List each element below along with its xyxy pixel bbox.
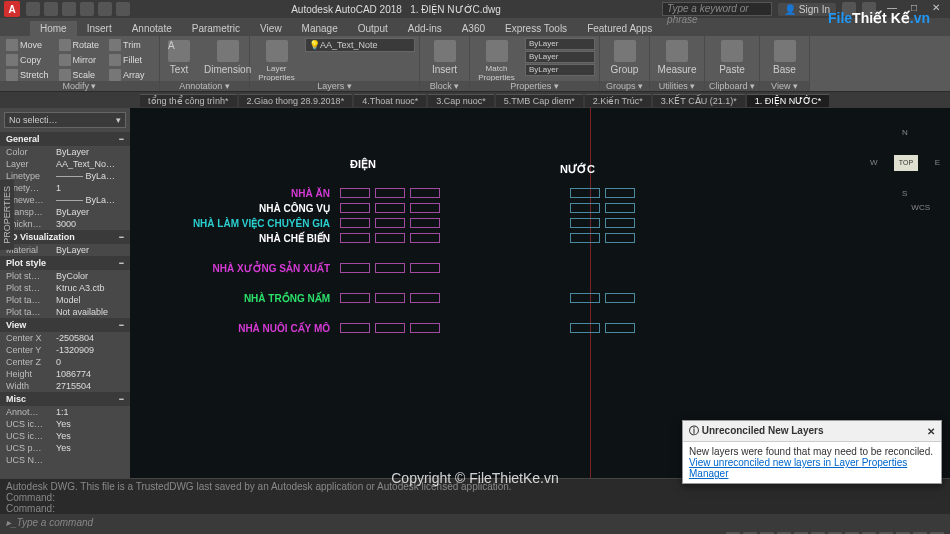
popup-link[interactable]: View unreconciled new layers in Layer Pr… (689, 457, 935, 479)
property-row[interactable]: Center Y-1320909 (0, 344, 130, 356)
property-row[interactable]: ColorByLayer (0, 146, 130, 158)
property-row[interactable]: Center X-2505804 (0, 332, 130, 344)
property-row[interactable]: Plot st…Ktruc A3.ctb (0, 282, 130, 294)
tab-a360[interactable]: A360 (452, 21, 495, 36)
section-header[interactable]: General− (0, 132, 130, 146)
file-tab[interactable]: 2.Kiến Trúc* (585, 94, 651, 107)
tab-featured[interactable]: Featured Apps (577, 21, 662, 36)
property-row[interactable]: Plot ta…Model (0, 294, 130, 306)
property-row[interactable]: Linetype——— ByLa… (0, 170, 130, 182)
tab-output[interactable]: Output (348, 21, 398, 36)
panel-label[interactable]: Block ▾ (420, 81, 469, 91)
property-row[interactable]: Transp…ByLayer (0, 206, 130, 218)
help-search[interactable]: Type a keyword or phrase (662, 2, 772, 16)
viewcube[interactable]: N S W E TOP WCS (880, 138, 930, 188)
match-properties-button[interactable]: Match Properties (474, 38, 519, 84)
scale-button[interactable]: Scale (57, 68, 102, 82)
property-row[interactable]: Center Z0 (0, 356, 130, 368)
panel-label[interactable]: Layers ▾ (250, 81, 419, 91)
app-logo[interactable]: A (4, 1, 20, 17)
linetype-dropdown[interactable]: ByLayer (525, 64, 595, 76)
layer-tool-icon[interactable] (353, 53, 367, 67)
property-row[interactable]: MaterialByLayer (0, 244, 130, 256)
property-row[interactable]: UCS ic…Yes (0, 430, 130, 442)
panel-label[interactable]: Groups ▾ (600, 81, 649, 91)
file-tab[interactable]: 5.TMB Cap diem* (496, 94, 583, 107)
mirror-icon (59, 54, 71, 66)
redo-icon[interactable] (98, 2, 112, 16)
file-tab[interactable]: 2.Giao thong 28.9.2018* (239, 94, 353, 107)
tab-insert[interactable]: Insert (77, 21, 122, 36)
tab-express[interactable]: Express Tools (495, 21, 577, 36)
paste-button[interactable]: Paste (709, 38, 755, 77)
command-input[interactable]: ▸_ Type a command (0, 514, 950, 530)
array-icon (109, 69, 121, 81)
panel-label[interactable]: Annotation ▾ (160, 81, 249, 91)
property-row[interactable]: Plot st…ByColor (0, 270, 130, 282)
property-row[interactable]: UCS N… (0, 454, 130, 466)
tab-home[interactable]: Home (30, 21, 77, 36)
property-row[interactable]: UCS ic…Yes (0, 418, 130, 430)
measure-button[interactable]: Measure (654, 38, 700, 77)
file-tab[interactable]: 4.Thoat nuoc* (354, 94, 426, 107)
print-icon[interactable] (116, 2, 130, 16)
panel-label[interactable]: Clipboard ▾ (705, 81, 759, 91)
layer-tool-icon[interactable] (305, 53, 319, 67)
property-row[interactable]: Linety…1 (0, 182, 130, 194)
open-icon[interactable] (44, 2, 58, 16)
tab-annotate[interactable]: Annotate (122, 21, 182, 36)
selection-dropdown[interactable]: No selecti…▾ (4, 112, 126, 128)
panel-label[interactable]: Modify ▾ (0, 81, 159, 91)
tab-manage[interactable]: Manage (292, 21, 348, 36)
section-header[interactable]: 3D Visualization− (0, 230, 130, 244)
rotate-button[interactable]: Rotate (57, 38, 102, 52)
array-button[interactable]: Array (107, 68, 147, 82)
fillet-button[interactable]: Fillet (107, 53, 147, 67)
trim-button[interactable]: Trim (107, 38, 147, 52)
lineweight-dropdown[interactable]: ByLayer (525, 51, 595, 63)
file-tab[interactable]: 3.KẾT CẤU (21.1)* (653, 94, 745, 107)
layer-tool-icon[interactable] (321, 53, 335, 67)
dimension-button[interactable]: Dimension (200, 38, 255, 77)
panel-layers: Layer Properties 💡 AA_Text_Note Layers ▾ (250, 36, 420, 91)
property-row[interactable]: Width2715504 (0, 380, 130, 392)
drawing-label: NHÀ TRỒNG NẤM (244, 293, 330, 304)
section-header[interactable]: Plot style− (0, 256, 130, 270)
property-row[interactable]: Height1086774 (0, 368, 130, 380)
property-row[interactable]: LayerAA_Text_No… (0, 158, 130, 170)
file-tab[interactable]: 3.Cap nuoc* (428, 94, 494, 107)
color-dropdown[interactable]: ByLayer (525, 38, 595, 50)
file-tab[interactable]: tổng thể công trình* (140, 94, 237, 107)
save-icon[interactable] (62, 2, 76, 16)
tab-parametric[interactable]: Parametric (182, 21, 250, 36)
popup-close[interactable]: ✕ (927, 426, 935, 437)
base-button[interactable]: Base (764, 38, 805, 77)
layer-dropdown[interactable]: 💡 AA_Text_Note (305, 38, 415, 52)
new-icon[interactable] (26, 2, 40, 16)
property-row[interactable]: Thickn…3000 (0, 218, 130, 230)
file-tab-active[interactable]: 1. ĐIỆN NƯỚC* (747, 94, 830, 107)
layer-tool-icon[interactable] (337, 53, 351, 67)
section-header[interactable]: View− (0, 318, 130, 332)
property-row[interactable]: UCS p…Yes (0, 442, 130, 454)
move-button[interactable]: Move (4, 38, 51, 52)
tab-view[interactable]: View (250, 21, 292, 36)
layer-properties-button[interactable]: Layer Properties (254, 38, 299, 84)
property-row[interactable]: Plot ta…Not available (0, 306, 130, 318)
properties-tab[interactable]: PROPERTIES (0, 180, 14, 250)
property-row[interactable]: Annot…1:1 (0, 406, 130, 418)
insert-button[interactable]: Insert (424, 38, 465, 77)
property-row[interactable]: Linewe…——— ByLa… (0, 194, 130, 206)
text-button[interactable]: AText (164, 38, 194, 77)
section-header[interactable]: Misc− (0, 392, 130, 406)
tab-addins[interactable]: Add-ins (398, 21, 452, 36)
panel-label[interactable]: View ▾ (760, 81, 809, 91)
copy-button[interactable]: Copy (4, 53, 51, 67)
mirror-button[interactable]: Mirror (57, 53, 102, 67)
group-button[interactable]: Group (604, 38, 645, 77)
stretch-button[interactable]: Stretch (4, 68, 51, 82)
paste-icon (721, 40, 743, 62)
panel-label[interactable]: Utilities ▾ (650, 81, 704, 91)
panel-label[interactable]: Properties ▾ (470, 81, 599, 91)
undo-icon[interactable] (80, 2, 94, 16)
